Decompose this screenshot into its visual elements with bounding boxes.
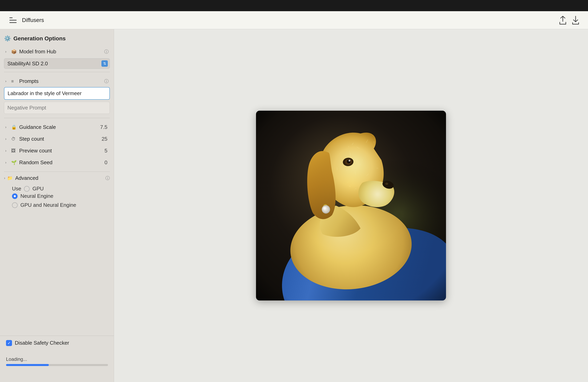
step-count-value: 25 (102, 136, 107, 142)
gpu-label: GPU (32, 186, 43, 192)
model-info-icon: ⓘ (104, 49, 109, 55)
neural-engine-radio[interactable] (12, 193, 18, 199)
random-seed-row[interactable]: › 🌱 Random Seed 0 (4, 157, 110, 169)
toolbar: Diffusers (0, 11, 588, 29)
guidance-scale-label: Guidance Scale (19, 124, 98, 130)
toolbar-actions (558, 16, 580, 25)
safety-checker-checkbox[interactable]: ✓ (6, 340, 12, 346)
share-button[interactable] (558, 16, 567, 25)
prompts-label: Prompts (19, 78, 102, 84)
generated-image (256, 111, 446, 301)
radio-group: Neural Engine GPU and Neural Engine (4, 193, 110, 208)
model-select-wrap: StabilityAI SD 2.0 ⇅ (4, 58, 110, 69)
guidance-scale-icon: 🔒 (11, 125, 17, 130)
sidebar: ⚙️ Generation Options › 📦 Model from Hub… (0, 29, 114, 382)
model-from-hub-row: › 📦 Model from Hub ⓘ (4, 46, 110, 57)
step-count-icon: ⏱ (11, 136, 17, 142)
svg-rect-1 (9, 20, 17, 20)
titlebar (0, 0, 588, 11)
safety-checker-label: Disable Safety Checker (15, 340, 69, 346)
prompts-info-icon: ⓘ (104, 78, 109, 84)
advanced-header[interactable]: › 📁 Advanced ⓘ (4, 175, 110, 181)
generated-image-container (256, 111, 446, 301)
safety-section: ✓ Disable Safety Checker (0, 336, 114, 350)
use-label: Use (12, 186, 21, 192)
download-button[interactable] (571, 16, 580, 25)
model-from-hub-label: Model from Hub (19, 49, 102, 55)
preview-count-row[interactable]: › 🖼 Preview count 5 (4, 145, 110, 157)
generation-options-icon: ⚙️ (4, 35, 11, 42)
preview-count-value: 5 (105, 148, 107, 154)
sidebar-toggle-button[interactable] (8, 15, 18, 25)
svg-rect-0 (9, 17, 13, 18)
step-count-row[interactable]: › ⏱ Step count 25 (4, 133, 110, 145)
step-count-label: Step count (19, 136, 100, 142)
gpu-and-neural-radio[interactable] (12, 202, 18, 208)
preview-count-label: Preview count (19, 148, 103, 154)
safety-row[interactable]: ✓ Disable Safety Checker (6, 340, 108, 346)
prompt-input[interactable] (4, 87, 110, 100)
guidance-scale-chevron: › (5, 125, 9, 129)
random-seed-chevron: › (5, 160, 9, 165)
loading-text: Loading... (6, 356, 108, 362)
random-seed-label: Random Seed (19, 159, 103, 166)
use-label-row: Use GPU (4, 184, 110, 193)
gpu-and-neural-label: GPU and Neural Engine (21, 202, 76, 208)
generation-options-header: ⚙️ Generation Options (4, 35, 110, 42)
gpu-radio[interactable] (24, 186, 30, 191)
svg-rect-2 (9, 22, 17, 23)
model-select[interactable]: StabilityAI SD 2.0 (4, 58, 110, 69)
model-from-hub-section: › 📦 Model from Hub ⓘ StabilityAI SD 2.0 … (4, 46, 110, 69)
advanced-label: Advanced (15, 175, 104, 181)
guidance-scale-row[interactable]: › 🔒 Guidance Scale 7.5 (4, 121, 110, 133)
model-hub-icon: 📦 (11, 49, 17, 54)
prompts-section: › ≡ Prompts ⓘ (4, 75, 110, 115)
model-chevron-icon: › (5, 50, 9, 54)
divider-1 (4, 72, 110, 72)
preview-count-icon: 🖼 (11, 148, 17, 153)
prompts-chevron-icon: › (5, 79, 9, 83)
main-content (114, 29, 588, 382)
preview-count-chevron: › (5, 149, 9, 153)
neural-engine-label: Neural Engine (21, 193, 53, 199)
generation-options-title: Generation Options (13, 35, 66, 42)
random-seed-value: 0 (105, 159, 107, 166)
advanced-info-icon: ⓘ (105, 175, 110, 181)
gpu-and-neural-row[interactable]: GPU and Neural Engine (12, 202, 110, 208)
loading-section: Loading... (0, 354, 114, 370)
advanced-section: › 📁 Advanced ⓘ Use GPU Neural Engine GPU… (4, 175, 110, 208)
advanced-icon: 📁 (7, 176, 13, 181)
prompts-row: › ≡ Prompts ⓘ (4, 75, 110, 87)
guidance-scale-value: 7.5 (100, 124, 107, 130)
loading-bar-background (6, 364, 108, 366)
app-title: Diffusers (18, 17, 558, 23)
loading-bar-fill (6, 364, 49, 366)
step-count-chevron: › (5, 137, 9, 141)
random-seed-icon: 🌱 (11, 160, 17, 165)
neural-engine-row[interactable]: Neural Engine (12, 193, 110, 199)
negative-prompt-input[interactable] (4, 102, 110, 114)
prompts-icon: ≡ (11, 79, 17, 84)
advanced-chevron-icon: › (4, 176, 5, 180)
divider-3 (4, 172, 110, 172)
